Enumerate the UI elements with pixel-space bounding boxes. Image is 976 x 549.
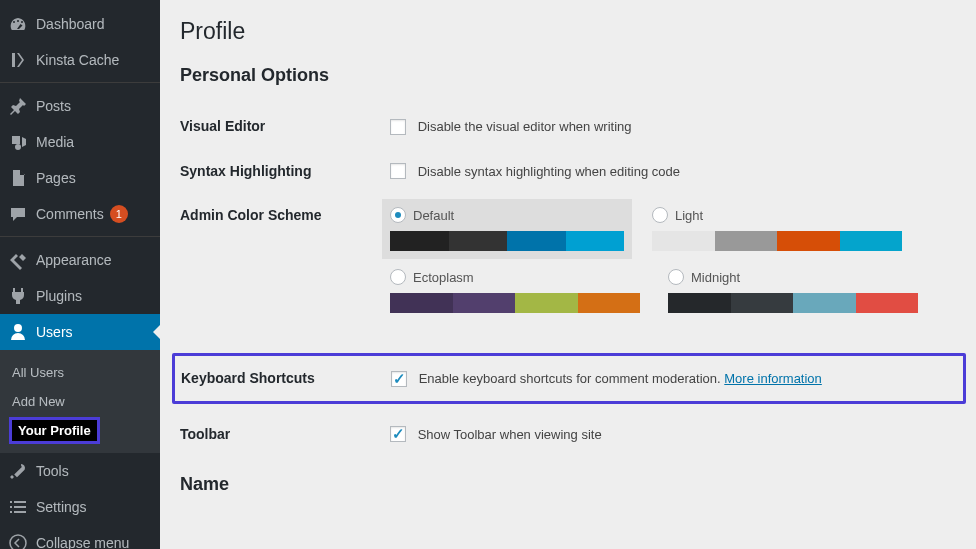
toolbar-checkbox[interactable] xyxy=(390,426,406,442)
sidebar-item-media[interactable]: Media xyxy=(0,124,160,160)
sidebar-item-label: Settings xyxy=(36,499,87,515)
sidebar-item-label: Dashboard xyxy=(36,16,105,32)
scheme-ectoplasm[interactable]: Ectoplasm xyxy=(390,269,640,313)
scheme-light[interactable]: Light xyxy=(652,207,902,251)
plugins-icon xyxy=(8,286,28,306)
sidebar-item-label: Tools xyxy=(36,463,69,479)
submenu-add-new[interactable]: Add New xyxy=(0,387,160,416)
visual-editor-text[interactable]: Disable the visual editor when writing xyxy=(418,119,632,134)
sidebar-item-label: Comments xyxy=(36,206,104,222)
collapse-icon xyxy=(8,533,28,549)
sidebar-item-label: Appearance xyxy=(36,252,112,268)
keyboard-text[interactable]: Enable keyboard shortcuts for comment mo… xyxy=(419,371,822,386)
syntax-checkbox[interactable] xyxy=(390,163,406,179)
sidebar-item-users[interactable]: Users xyxy=(0,314,160,350)
keyboard-label: Keyboard Shortcuts xyxy=(181,366,381,391)
media-icon xyxy=(8,132,28,152)
visual-editor-label: Visual Editor xyxy=(180,104,380,149)
sidebar-item-label: Posts xyxy=(36,98,71,114)
submenu-all-users[interactable]: All Users xyxy=(0,358,160,387)
syntax-label: Syntax Highlighting xyxy=(180,149,380,194)
keyboard-more-link[interactable]: More information xyxy=(724,371,822,386)
dashboard-icon xyxy=(8,14,28,34)
main-content: Profile Personal Options Visual Editor D… xyxy=(160,0,976,549)
sidebar-item-pages[interactable]: Pages xyxy=(0,160,160,196)
sidebar-item-kinsta[interactable]: Kinsta Cache xyxy=(0,42,160,78)
settings-icon xyxy=(8,497,28,517)
submenu-your-profile[interactable]: Your Profile xyxy=(0,416,160,445)
pages-icon xyxy=(8,168,28,188)
appearance-icon xyxy=(8,250,28,270)
sidebar-item-comments[interactable]: Comments 1 xyxy=(0,196,160,232)
admin-sidebar: Dashboard Kinsta Cache Posts Media Pages… xyxy=(0,0,160,549)
radio-light[interactable] xyxy=(652,207,668,223)
swatches-default xyxy=(390,231,624,251)
page-title: Profile xyxy=(180,18,956,45)
color-scheme-label: Admin Color Scheme xyxy=(180,193,380,345)
scheme-midnight[interactable]: Midnight xyxy=(668,269,918,313)
users-icon xyxy=(8,322,28,342)
keyboard-shortcuts-highlight: Keyboard Shortcuts Enable keyboard short… xyxy=(172,353,966,404)
radio-ectoplasm[interactable] xyxy=(390,269,406,285)
sidebar-item-dashboard[interactable]: Dashboard xyxy=(0,6,160,42)
visual-editor-checkbox[interactable] xyxy=(390,119,406,135)
keyboard-checkbox[interactable] xyxy=(391,371,407,387)
sidebar-item-tools[interactable]: Tools xyxy=(0,453,160,489)
sidebar-item-label: Plugins xyxy=(36,288,82,304)
sidebar-item-label: Collapse menu xyxy=(36,535,129,549)
swatches-ectoplasm xyxy=(390,293,640,313)
toolbar-text[interactable]: Show Toolbar when viewing site xyxy=(418,427,602,442)
swatches-midnight xyxy=(668,293,918,313)
users-submenu: All Users Add New Your Profile xyxy=(0,350,160,453)
syntax-text[interactable]: Disable syntax highlighting when editing… xyxy=(418,164,680,179)
pin-icon xyxy=(8,96,28,116)
radio-midnight[interactable] xyxy=(668,269,684,285)
section-heading-personal: Personal Options xyxy=(180,65,956,86)
scheme-default[interactable]: Default xyxy=(382,199,632,259)
sidebar-item-label: Pages xyxy=(36,170,76,186)
sidebar-item-label: Media xyxy=(36,134,74,150)
section-heading-name: Name xyxy=(180,474,956,495)
kinsta-icon xyxy=(8,50,28,70)
sidebar-item-label: Users xyxy=(36,324,73,340)
tools-icon xyxy=(8,461,28,481)
comments-icon xyxy=(8,204,28,224)
sidebar-item-appearance[interactable]: Appearance xyxy=(0,236,160,278)
radio-default[interactable] xyxy=(390,207,406,223)
sidebar-item-label: Kinsta Cache xyxy=(36,52,119,68)
sidebar-item-posts[interactable]: Posts xyxy=(0,82,160,124)
sidebar-item-settings[interactable]: Settings xyxy=(0,489,160,525)
comments-badge: 1 xyxy=(110,205,128,223)
sidebar-item-plugins[interactable]: Plugins xyxy=(0,278,160,314)
toolbar-label: Toolbar xyxy=(180,412,380,457)
swatches-light xyxy=(652,231,902,251)
sidebar-item-collapse[interactable]: Collapse menu xyxy=(0,525,160,549)
